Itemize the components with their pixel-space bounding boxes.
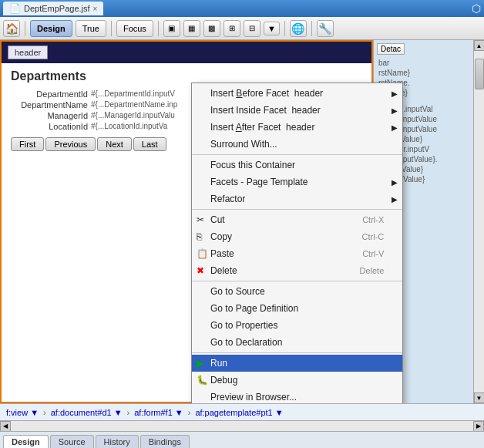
menu-go-to-declaration[interactable]: Go to Declaration	[192, 334, 402, 351]
breadcrumb-afpagetemplate[interactable]: af:pagetemplate#pt1 ▼	[192, 407, 286, 418]
menu-delete[interactable]: ✖ Delete Delete	[192, 262, 402, 279]
menu-insert-before-facet[interactable]: Insert Before Facet header ▶	[192, 85, 402, 102]
menu-sep-2	[192, 209, 402, 210]
menu-copy-label: Copy	[210, 231, 347, 242]
menu-cut[interactable]: ✂ Cut Ctrl-X	[192, 211, 402, 228]
menu-sep-4	[192, 352, 402, 353]
breadcrumb-afdocument[interactable]: af:document#d1 ▼	[48, 407, 126, 418]
h-scroll-track[interactable]	[11, 421, 473, 432]
dept-label-1: DepartmentId	[11, 89, 88, 99]
menu-delete-label: Delete	[210, 265, 344, 276]
menu-facets-page-template[interactable]: Facets - Page Template ▶	[192, 173, 402, 190]
menu-go-to-source[interactable]: Go to Source	[192, 283, 402, 300]
menu-insert-before-facet-label: Insert Before Facet header	[210, 88, 384, 99]
submenu-arrow-2: ▶	[392, 106, 398, 115]
scroll-left-arrow[interactable]: ◀	[0, 421, 11, 432]
layout-icon-4[interactable]: ⊞	[224, 20, 240, 37]
file-tab[interactable]: 📄 DeptEmpPage.jsf ×	[3, 2, 103, 15]
menu-sep-3	[192, 281, 402, 281]
design-button[interactable]: Design	[30, 20, 72, 37]
tab-bindings[interactable]: Bindings	[140, 435, 190, 448]
tab-source[interactable]: Source	[50, 435, 94, 448]
menu-focus-container-label: Focus this Container	[210, 160, 384, 170]
dept-value-3: #{...ManagerId.inputValu	[91, 111, 175, 120]
menu-debug-label: Debug	[210, 375, 384, 386]
header-label[interactable]: header	[8, 45, 48, 59]
menu-run[interactable]: ▶ Run	[192, 355, 402, 372]
scroll-thumb[interactable]	[475, 59, 484, 89]
layout-icon-1[interactable]: ▣	[163, 20, 180, 37]
menu-insert-inside-facet[interactable]: Insert Inside Facet header ▶	[192, 102, 402, 119]
right-panel-item-bar: bar	[377, 58, 470, 68]
menu-insert-after-facet-label: Insert After Facet header	[210, 122, 384, 133]
menu-go-to-page-definition[interactable]: Go to Page Definition	[192, 300, 402, 317]
previous-button[interactable]: Previous	[45, 137, 96, 151]
menu-paste[interactable]: 📋 Paste Ctrl-V	[192, 245, 402, 262]
menu-paste-label: Paste	[210, 248, 347, 259]
horizontal-scrollbar[interactable]: ◀ ▶	[0, 420, 484, 431]
maximize-button[interactable]: ⬡	[472, 2, 481, 15]
menu-insert-inside-facet-label: Insert Inside Facet header	[210, 105, 384, 116]
menu-refactor-label: Refactor	[210, 194, 384, 204]
toolbar-home-icon[interactable]: 🏠	[3, 20, 20, 37]
tab-design[interactable]: Design	[3, 435, 49, 448]
dept-label-4: LocationId	[11, 122, 88, 131]
true-button[interactable]: True	[76, 20, 106, 37]
dept-label-3: ManagerId	[11, 111, 88, 120]
wrench-icon[interactable]: 🔧	[317, 20, 334, 37]
delete-shortcut: Delete	[359, 266, 384, 275]
context-menu: Insert Before Facet header ▶ Insert Insi…	[191, 83, 403, 403]
layout-icon-2[interactable]: ▦	[183, 20, 200, 37]
toolbar: 🏠 Design True Focus ▣ ▦ ▩ ⊞ ⊟ ▼ 🌐 🔧	[0, 17, 484, 40]
submenu-arrow-5: ▶	[392, 195, 398, 204]
menu-go-to-page-definition-label: Go to Page Definition	[210, 303, 384, 314]
menu-go-to-declaration-label: Go to Declaration	[210, 337, 384, 348]
layout-icon-5[interactable]: ⊟	[244, 20, 260, 37]
dept-value-4: #{...LocationId.inputVa	[91, 122, 167, 131]
departments-title: Departments	[11, 69, 362, 83]
menu-sep-1	[192, 154, 402, 155]
paste-icon: 📋	[197, 248, 208, 259]
cut-icon: ✂	[197, 214, 204, 225]
scroll-up-arrow[interactable]: ▲	[474, 40, 485, 51]
next-button[interactable]: Next	[97, 137, 132, 151]
menu-debug[interactable]: 🐛 Debug	[192, 372, 402, 389]
submenu-arrow-1: ▶	[392, 89, 398, 98]
menu-focus-container[interactable]: Focus this Container	[192, 157, 402, 173]
menu-go-to-properties-label: Go to Properties	[210, 320, 384, 331]
canvas-header-bar: header	[2, 42, 371, 63]
file-icon: 📄	[9, 3, 21, 14]
first-button[interactable]: First	[11, 137, 44, 151]
last-button[interactable]: Last	[133, 137, 166, 151]
run-icon: ▶	[197, 358, 203, 369]
menu-copy[interactable]: ⎘ Copy Ctrl-C	[192, 228, 402, 245]
submenu-arrow-4: ▶	[392, 178, 398, 187]
breadcrumb-fview[interactable]: f:view ▼	[3, 407, 42, 418]
delete-icon: ✖	[197, 265, 204, 276]
scroll-down-arrow[interactable]: ▼	[474, 392, 485, 403]
menu-refactor[interactable]: Refactor ▶	[192, 190, 402, 207]
title-bar: 📄 DeptEmpPage.jsf × ⬡	[0, 0, 484, 17]
focus-button[interactable]: Focus	[116, 20, 153, 37]
menu-insert-after-facet[interactable]: Insert After Facet header ▶	[192, 119, 402, 136]
bottom-tabs: Design Source History Bindings	[0, 431, 484, 448]
menu-preview-in-browser[interactable]: Preview in Browser...	[192, 389, 402, 403]
dropdown-arrow[interactable]: ▼	[264, 22, 280, 35]
close-tab-button[interactable]: ×	[93, 5, 98, 13]
paste-shortcut: Ctrl-V	[362, 249, 384, 258]
menu-surround-with[interactable]: Surround With...	[192, 136, 402, 153]
menu-surround-with-label: Surround With...	[210, 139, 384, 150]
copy-icon: ⎘	[197, 231, 202, 242]
globe-icon[interactable]: 🌐	[290, 20, 307, 37]
tab-history[interactable]: History	[96, 435, 139, 448]
menu-go-to-properties[interactable]: Go to Properties	[192, 317, 402, 334]
breadcrumb-afform[interactable]: af:form#f1 ▼	[131, 407, 186, 418]
breadcrumb-bar: f:view ▼ › af:document#d1 ▼ › af:form#f1…	[0, 403, 484, 420]
scroll-right-arrow[interactable]: ▶	[473, 421, 484, 432]
copy-shortcut: Ctrl-C	[362, 232, 385, 241]
scroll-track[interactable]	[474, 51, 485, 392]
layout-icon-3[interactable]: ▩	[203, 20, 220, 37]
detac-button[interactable]: Detac	[377, 43, 405, 55]
vertical-scrollbar[interactable]: ▲ ▼	[473, 40, 484, 403]
cut-shortcut: Ctrl-X	[362, 215, 384, 224]
